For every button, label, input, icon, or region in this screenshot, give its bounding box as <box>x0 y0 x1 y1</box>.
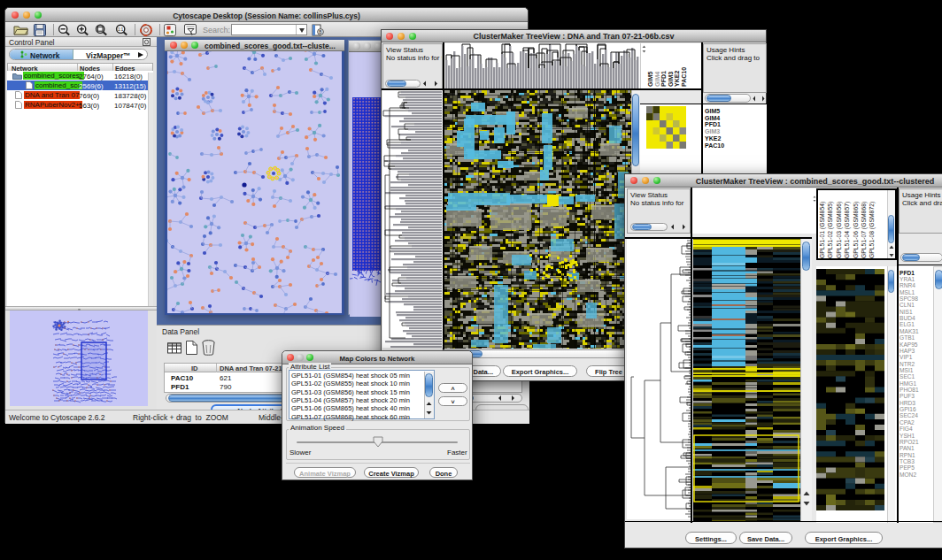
svg-text:1:1: 1:1 <box>118 27 124 32</box>
